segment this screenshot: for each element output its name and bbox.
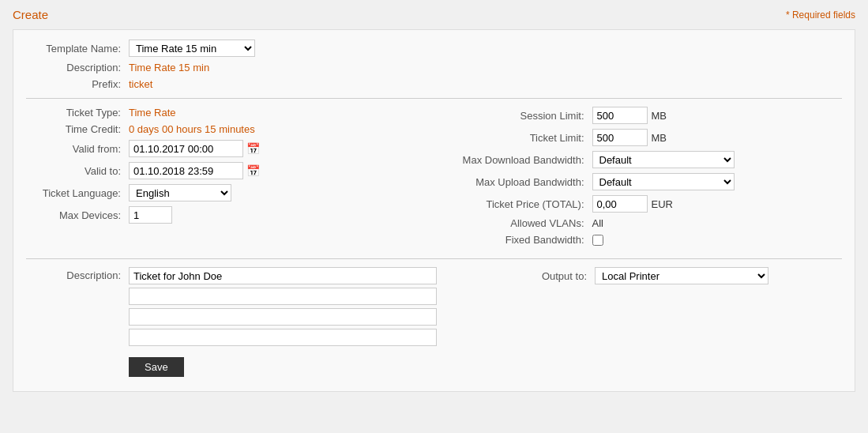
description-input-4[interactable] — [129, 329, 437, 346]
session-limit-label: Session Limit: — [434, 110, 592, 122]
max-devices-row: Max Devices: — [26, 206, 434, 224]
valid-to-label: Valid to: — [26, 165, 129, 177]
description-input-1[interactable] — [129, 267, 437, 284]
valid-from-label: Valid from: — [26, 143, 129, 155]
template-name-label: Template Name: — [26, 43, 129, 55]
max-upload-row: Max Upload Bandwidth: Default — [434, 173, 843, 190]
ticket-type-value: Time Rate — [129, 107, 175, 119]
save-button[interactable]: Save — [129, 357, 184, 377]
template-name-select[interactable]: Time Rate 15 min — [129, 40, 255, 57]
valid-from-row: Valid from: 📅 — [26, 140, 434, 157]
fixed-bandwidth-checkbox[interactable] — [592, 235, 603, 246]
description-top-value: Time Rate 15 min — [129, 62, 209, 73]
max-devices-input[interactable] — [129, 206, 172, 224]
output-to-select[interactable]: Local Printer — [595, 267, 768, 284]
max-upload-label: Max Upload Bandwidth: — [434, 176, 592, 188]
description-top-label: Description: — [26, 62, 129, 73]
output-to-label: Output to: — [437, 270, 595, 282]
max-devices-label: Max Devices: — [26, 209, 129, 221]
valid-from-input[interactable] — [129, 140, 243, 157]
ticket-limit-label: Ticket Limit: — [434, 132, 592, 144]
time-credit-row: Time Credit: 0 days 00 hours 15 minutes — [26, 123, 434, 135]
session-limit-unit: MB — [652, 110, 667, 122]
ticket-type-label: Ticket Type: — [26, 107, 129, 119]
right-column: Session Limit: MB Ticket Limit: MB Max D… — [434, 107, 843, 250]
ticket-language-select[interactable]: English — [129, 184, 231, 201]
time-credit-value: 0 days 00 hours 15 minutes — [129, 123, 255, 135]
bottom-left: Description: Save — [26, 267, 437, 382]
ticket-limit-unit: MB — [652, 132, 667, 144]
page-title: Create — [13, 8, 48, 21]
save-row: Save — [26, 351, 437, 377]
session-limit-row: Session Limit: MB — [434, 107, 843, 124]
prefix-value: ticket — [129, 78, 152, 90]
time-credit-label: Time Credit: — [26, 123, 129, 135]
fixed-bandwidth-label: Fixed Bandwidth: — [434, 234, 592, 246]
description-top-row: Description: Time Rate 15 min — [26, 62, 842, 73]
top-section: Template Name: Time Rate 15 min Descript… — [13, 29, 855, 392]
left-column: Ticket Type: Time Rate Time Credit: 0 da… — [26, 107, 434, 250]
max-download-label: Max Download Bandwidth: — [434, 154, 592, 166]
ticket-price-input[interactable] — [592, 195, 648, 213]
allowed-vlans-label: Allowed VLANs: — [434, 217, 592, 229]
ticket-limit-input[interactable] — [592, 129, 648, 146]
template-name-control: Time Rate 15 min — [129, 40, 255, 57]
valid-to-input[interactable] — [129, 162, 243, 179]
page-header: Create * Required fields — [13, 8, 855, 21]
bottom-right: Output to: Local Printer — [437, 267, 842, 382]
bottom-section: Description: Save Output to: — [26, 267, 842, 382]
valid-to-row: Valid to: 📅 — [26, 162, 434, 179]
valid-to-calendar-icon[interactable]: 📅 — [246, 164, 260, 177]
description-input-3[interactable] — [129, 308, 437, 326]
ticket-language-label: Ticket Language: — [26, 187, 129, 199]
output-to-row: Output to: Local Printer — [437, 267, 842, 284]
required-fields-label: * Required fields — [786, 9, 855, 21]
fixed-bandwidth-row: Fixed Bandwidth: — [434, 234, 843, 246]
prefix-label: Prefix: — [26, 78, 129, 90]
divider-1 — [26, 98, 842, 99]
ticket-price-row: Ticket Price (TOTAL): EUR — [434, 195, 843, 213]
allowed-vlans-row: Allowed VLANs: All — [434, 217, 843, 229]
ticket-language-row: Ticket Language: English — [26, 184, 434, 201]
description-bottom-label: Description: — [26, 267, 129, 281]
max-download-row: Max Download Bandwidth: Default — [434, 151, 843, 168]
ticket-type-row: Ticket Type: Time Rate — [26, 107, 434, 119]
divider-2 — [26, 258, 842, 259]
ticket-limit-row: Ticket Limit: MB — [434, 129, 843, 146]
valid-from-calendar-icon[interactable]: 📅 — [246, 142, 260, 155]
allowed-vlans-value: All — [592, 217, 603, 229]
description-inputs — [129, 267, 437, 346]
description-input-2[interactable] — [129, 288, 437, 305]
ticket-price-unit: EUR — [652, 198, 673, 210]
ticket-price-label: Ticket Price (TOTAL): — [434, 198, 592, 210]
max-download-select[interactable]: Default — [592, 151, 735, 168]
middle-section: Ticket Type: Time Rate Time Credit: 0 da… — [26, 107, 842, 250]
session-limit-input[interactable] — [592, 107, 648, 124]
prefix-row: Prefix: ticket — [26, 78, 842, 90]
description-bottom-row: Description: — [26, 267, 437, 346]
template-name-row: Template Name: Time Rate 15 min — [26, 40, 842, 57]
max-upload-select[interactable]: Default — [592, 173, 735, 190]
